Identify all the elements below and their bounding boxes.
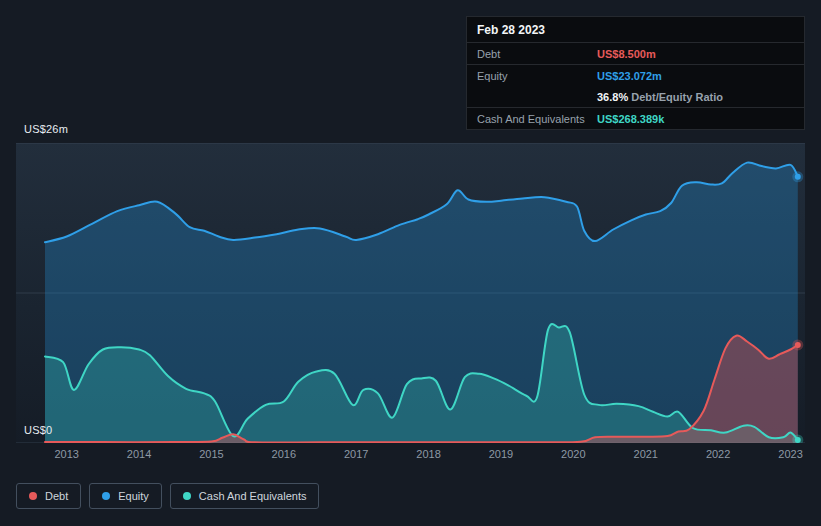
chart-plot[interactable] <box>16 143 805 443</box>
ratio-label: Debt/Equity Ratio <box>631 91 723 103</box>
tooltip-equity-label: Equity <box>477 70 597 82</box>
legend-label-debt: Debt <box>45 490 68 502</box>
equity-series-dot-icon <box>102 492 110 500</box>
legend-label-equity: Equity <box>118 490 149 502</box>
tooltip-cash-label: Cash And Equivalents <box>477 113 597 125</box>
debt-equity-history-chart: US$26m US$0 2013201420152016201720182019… <box>0 0 821 526</box>
tooltip-debt-value: US$8.500m <box>597 48 794 60</box>
x-axis-label: 2016 <box>272 448 296 460</box>
y-axis-max-label: US$26m <box>24 123 68 135</box>
tooltip-row-ratio: 36.8% Debt/Equity Ratio <box>467 86 804 108</box>
tooltip-cash-value: US$268.389k <box>597 113 794 125</box>
cash-series-dot-icon <box>183 492 191 500</box>
x-axis-label: 2013 <box>54 448 78 460</box>
legend: Debt Equity Cash And Equivalents <box>16 483 319 509</box>
tooltip-date: Feb 28 2023 <box>467 17 804 43</box>
tooltip-debt-label: Debt <box>477 48 597 60</box>
tooltip-ratio-value: 36.8% Debt/Equity Ratio <box>597 91 794 103</box>
tooltip: Feb 28 2023 Debt US$8.500m Equity US$23.… <box>466 16 805 130</box>
x-axis-label: 2023 <box>778 448 802 460</box>
x-axis-label: 2022 <box>706 448 730 460</box>
legend-label-cash: Cash And Equivalents <box>199 490 307 502</box>
ratio-percent: 36.8% <box>597 91 628 103</box>
x-axis-label: 2018 <box>416 448 440 460</box>
tooltip-row-equity: Equity US$23.072m <box>467 65 804 86</box>
chart-canvas[interactable] <box>16 143 805 443</box>
tooltip-row-cash: Cash And Equivalents US$268.389k <box>467 108 804 129</box>
x-axis-label: 2021 <box>634 448 658 460</box>
legend-item-cash[interactable]: Cash And Equivalents <box>170 483 320 509</box>
debt-series-dot-icon <box>29 492 37 500</box>
tooltip-equity-value: US$23.072m <box>597 70 794 82</box>
tooltip-row-debt: Debt US$8.500m <box>467 43 804 65</box>
legend-item-debt[interactable]: Debt <box>16 483 81 509</box>
x-axis-label: 2019 <box>489 448 513 460</box>
x-axis-label: 2014 <box>127 448 151 460</box>
y-axis-min-label: US$0 <box>24 424 52 436</box>
x-axis-label: 2020 <box>561 448 585 460</box>
legend-item-equity[interactable]: Equity <box>89 483 162 509</box>
x-axis-label: 2017 <box>344 448 368 460</box>
x-axis-label: 2015 <box>199 448 223 460</box>
x-axis: 2013201420152016201720182019202020212022… <box>0 448 821 464</box>
